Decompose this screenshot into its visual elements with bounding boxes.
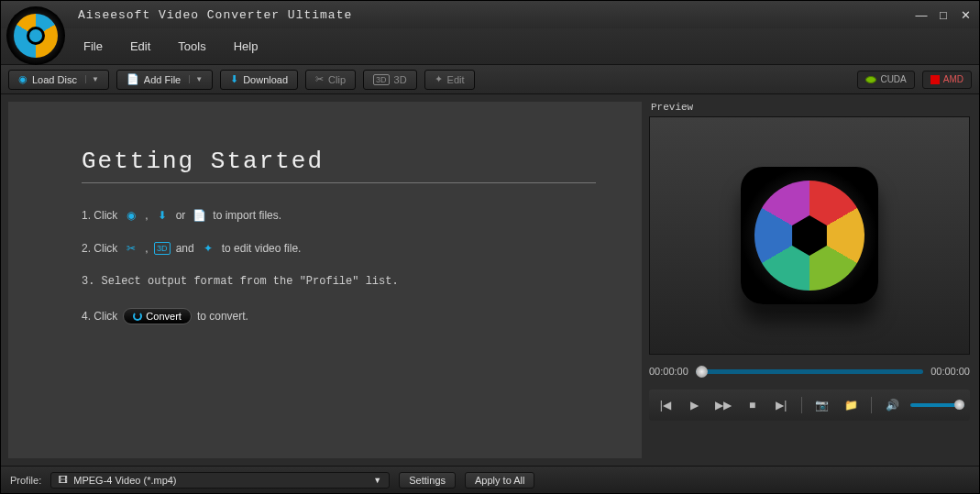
content-area: Getting Started 1. Click ◉ , ⬇ or 📄 to i… bbox=[1, 94, 979, 466]
download-icon: ⬇ bbox=[230, 73, 238, 85]
seek-row: 00:00:00 00:00:00 bbox=[649, 366, 970, 377]
three-d-button[interactable]: 3D 3D bbox=[363, 70, 417, 90]
open-folder-button[interactable]: 📁 bbox=[841, 395, 863, 415]
stop-button[interactable]: ■ bbox=[742, 395, 764, 415]
convert-ring-icon bbox=[133, 312, 142, 321]
preview-pane: Preview 00:00:00 00:00:00 |◀ ▶ ▶▶ bbox=[649, 94, 979, 466]
window-controls: — □ ✕ bbox=[913, 7, 974, 22]
menu-help[interactable]: Help bbox=[234, 39, 259, 53]
volume-slider[interactable] bbox=[910, 403, 964, 407]
effects-icon: ✦ bbox=[200, 242, 216, 255]
edit-button[interactable]: ✦ Edit bbox=[424, 70, 475, 90]
scissors-icon: ✂ bbox=[315, 73, 324, 85]
nvidia-icon bbox=[865, 76, 876, 83]
app-logo bbox=[6, 6, 65, 65]
menu-file[interactable]: File bbox=[83, 39, 103, 53]
step-3: 3. Select output format from the "Profil… bbox=[82, 275, 596, 288]
volume-thumb[interactable] bbox=[954, 400, 964, 410]
file-list-pane: Getting Started 1. Click ◉ , ⬇ or 📄 to i… bbox=[1, 94, 649, 466]
playback-bar: 00:00:00 00:00:00 |◀ ▶ ▶▶ ■ ▶| 📷 📁 bbox=[649, 366, 970, 421]
fast-forward-button[interactable]: ▶▶ bbox=[712, 395, 734, 415]
toolbar: ◉ Load Disc ▼ 📄 Add File ▼ ⬇ Download ✂ … bbox=[1, 65, 979, 94]
file-list-panel: Getting Started 1. Click ◉ , ⬇ or 📄 to i… bbox=[8, 102, 642, 458]
add-file-button[interactable]: 📄 Add File ▼ bbox=[116, 70, 213, 90]
download-icon: ⬇ bbox=[154, 209, 171, 222]
download-button[interactable]: ⬇ Download bbox=[220, 70, 298, 90]
three-d-icon: 3D bbox=[154, 242, 171, 255]
next-button[interactable]: ▶| bbox=[771, 395, 793, 415]
preview-label: Preview bbox=[651, 102, 970, 113]
app-window: Aiseesoft Video Converter Ultimate — □ ✕… bbox=[0, 0, 980, 494]
load-disc-dropdown[interactable]: ▼ bbox=[85, 75, 99, 83]
seek-slider[interactable] bbox=[696, 369, 923, 374]
amd-badge[interactable]: AMD bbox=[922, 71, 972, 89]
prev-button[interactable]: |◀ bbox=[655, 395, 677, 415]
step-2: 2. Click ✂ , 3D and ✦ to edit video file… bbox=[82, 242, 596, 255]
getting-started-title: Getting Started bbox=[82, 148, 596, 183]
minimize-button[interactable]: — bbox=[913, 7, 930, 22]
maximize-button[interactable]: □ bbox=[935, 7, 952, 22]
volume-icon[interactable]: 🔊 bbox=[881, 395, 903, 415]
file-plus-icon: 📄 bbox=[191, 209, 207, 222]
seek-thumb[interactable] bbox=[696, 366, 708, 378]
load-disc-button[interactable]: ◉ Load Disc ▼ bbox=[8, 70, 109, 90]
shutter-icon bbox=[754, 181, 864, 291]
profile-value: MPEG-4 Video (*.mp4) bbox=[73, 475, 176, 486]
chevron-down-icon: ▼ bbox=[373, 476, 381, 485]
menu-edit[interactable]: Edit bbox=[130, 39, 150, 53]
app-title: Aiseesoft Video Converter Ultimate bbox=[78, 8, 352, 22]
bottom-bar: Profile: 🎞 MPEG-4 Video (*.mp4) ▼ Settin… bbox=[1, 466, 979, 493]
preview-placeholder bbox=[741, 167, 878, 304]
amd-icon bbox=[930, 75, 940, 84]
add-file-dropdown[interactable]: ▼ bbox=[189, 75, 203, 83]
mp4-icon: 🎞 bbox=[59, 475, 68, 485]
apply-to-all-button[interactable]: Apply to All bbox=[465, 472, 534, 489]
menu-tools[interactable]: Tools bbox=[178, 39, 205, 53]
cuda-badge[interactable]: CUDA bbox=[857, 71, 914, 89]
time-current: 00:00:00 bbox=[649, 366, 688, 377]
step-1: 1. Click ◉ , ⬇ or 📄 to import files. bbox=[82, 209, 596, 222]
three-d-icon: 3D bbox=[373, 74, 390, 85]
snapshot-button[interactable]: 📷 bbox=[811, 395, 833, 415]
profile-select[interactable]: 🎞 MPEG-4 Video (*.mp4) ▼ bbox=[50, 472, 390, 489]
playback-controls: |◀ ▶ ▶▶ ■ ▶| 📷 📁 🔊 bbox=[649, 390, 970, 421]
profile-label: Profile: bbox=[10, 475, 41, 486]
title-bar: Aiseesoft Video Converter Ultimate — □ ✕ bbox=[1, 1, 979, 28]
add-file-icon: 📄 bbox=[127, 73, 139, 85]
preview-viewport bbox=[649, 116, 970, 355]
convert-chip: Convert bbox=[123, 308, 192, 324]
scissors-icon: ✂ bbox=[123, 242, 139, 255]
getting-started-panel: Getting Started 1. Click ◉ , ⬇ or 📄 to i… bbox=[82, 148, 596, 324]
play-button[interactable]: ▶ bbox=[684, 395, 706, 415]
step-4: 4. Click Convert to convert. bbox=[82, 308, 596, 324]
edit-icon: ✦ bbox=[435, 73, 443, 85]
disc-icon: ◉ bbox=[18, 73, 28, 85]
menu-bar: File Edit Tools Help bbox=[1, 28, 979, 65]
close-button[interactable]: ✕ bbox=[957, 7, 974, 22]
clip-button[interactable]: ✂ Clip bbox=[305, 70, 356, 90]
time-total: 00:00:00 bbox=[930, 366, 970, 377]
disc-plus-icon: ◉ bbox=[123, 209, 139, 222]
settings-button[interactable]: Settings bbox=[399, 472, 456, 489]
